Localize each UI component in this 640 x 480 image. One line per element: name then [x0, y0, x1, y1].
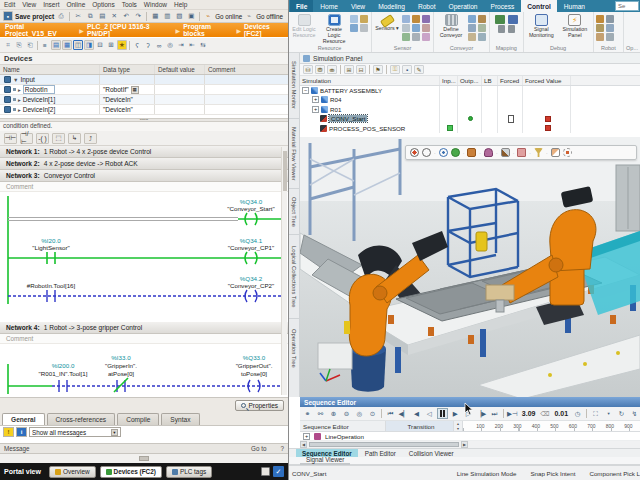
symbolic-icon[interactable]: ⊞: [106, 40, 116, 50]
operand-address[interactable]: %Q33.0: [243, 354, 265, 361]
tab-compile[interactable]: Compile: [117, 413, 159, 425]
col-datatype[interactable]: Data type: [100, 65, 155, 74]
col-forced[interactable]: Forced: [498, 76, 523, 85]
close-branch-icon[interactable]: ⤴: [84, 133, 97, 144]
filter-icon[interactable]: [534, 148, 543, 157]
operand-name[interactable]: "Conveyor_Start": [227, 205, 274, 212]
zoom-sel-icon[interactable]: ⊙: [367, 408, 378, 419]
glasses-icon[interactable]: ∞: [154, 40, 164, 50]
force-icon[interactable]: ⚑: [373, 65, 383, 74]
redo-icon[interactable]: ↷: [133, 11, 143, 21]
breadcrumb-devices-fc2[interactable]: Devices [FC2]: [244, 23, 288, 37]
expand-icon[interactable]: +: [303, 433, 310, 440]
absolute-icon[interactable]: ⊟: [95, 40, 105, 50]
resource-small-icons[interactable]: [350, 13, 369, 32]
pause-button[interactable]: [437, 408, 448, 419]
open-branch-icon[interactable]: ↳: [68, 133, 81, 144]
col-default[interactable]: Default value: [155, 65, 205, 74]
upload-icon[interactable]: ▧: [174, 11, 184, 21]
ff-icon[interactable]: ⎘: [14, 40, 24, 50]
list1-icon[interactable]: ≡: [40, 40, 50, 50]
start-cpu-icon[interactable]: ▣: [186, 11, 196, 21]
go-online-button[interactable]: Go online: [215, 13, 242, 20]
prev-op-icon[interactable]: ◀▏: [398, 408, 409, 419]
fb-icon[interactable]: ⎗: [25, 40, 35, 50]
ladder-scrollbar[interactable]: [281, 147, 287, 395]
dropdown-icon[interactable]: ▾: [603, 408, 614, 419]
measure-icon[interactable]: [501, 148, 510, 157]
menu-view[interactable]: View: [22, 1, 36, 8]
search-input[interactable]: Se: [615, 1, 639, 11]
collapse-all-icon[interactable]: ⊟: [356, 65, 366, 74]
network-3-header[interactable]: Network 3:Conveyor Control: [0, 170, 288, 182]
sim-row-r04[interactable]: +R04: [300, 95, 640, 105]
table-row[interactable]: ▸RobotIn "RobotIf"▦: [0, 85, 288, 95]
menu-tools[interactable]: Tools: [122, 1, 137, 8]
filter-ops-icon[interactable]: ⚯: [315, 408, 326, 419]
globe-icon[interactable]: [451, 148, 460, 157]
zoom-out-time-icon[interactable]: ⊖: [341, 408, 352, 419]
tab-collision-viewer[interactable]: Collision Viewer: [403, 449, 460, 457]
robot-small-icons[interactable]: [596, 13, 615, 41]
seq-transition-column[interactable]: Transition: [386, 421, 454, 431]
sim-row-conv-start[interactable]: CONV_Start: [300, 114, 640, 124]
expand-icon[interactable]: ◫: [73, 40, 83, 50]
zoom-in-icon[interactable]: [410, 148, 419, 157]
sensor-small-icons[interactable]: [402, 13, 431, 41]
status-component-pick-level[interactable]: Component Pick L: [589, 470, 640, 477]
taskbar-devices-fc2[interactable]: Devices (FC2): [100, 466, 162, 478]
create-logic-resource-button[interactable]: Create Logic Resource: [320, 13, 348, 44]
center-view-icon[interactable]: [439, 148, 448, 157]
table-row[interactable]: ▸DeviceIn[1] "DeviceIn": [0, 95, 288, 105]
operand-name[interactable]: "R001_IN".Tool[1]: [39, 370, 88, 377]
operand-name[interactable]: "GripperIn".: [105, 362, 137, 369]
col-lb[interactable]: LB: [482, 76, 498, 85]
menu-options[interactable]: Options: [92, 1, 114, 8]
operand-name[interactable]: toPose[0]: [241, 370, 267, 377]
expand-all-icon[interactable]: ⊞: [344, 65, 354, 74]
go-offline-button[interactable]: Go offline: [256, 13, 283, 20]
stop-icon[interactable]: ◎: [165, 40, 175, 50]
nc-contact-icon[interactable]: ⊣/⊢: [20, 133, 33, 144]
play-to-icon[interactable]: ▶⊣: [507, 408, 518, 419]
operand-name[interactable]: #RobotIn.Tool[16]: [27, 282, 76, 289]
tab-syntax[interactable]: Syntax: [161, 413, 199, 425]
menu-insert[interactable]: Insert: [43, 1, 59, 8]
zoom-fit-icon[interactable]: ◎: [354, 408, 365, 419]
network-3-comment[interactable]: Comment: [0, 182, 288, 192]
jump-end-icon[interactable]: ⏭: [489, 408, 500, 419]
rewind-icon[interactable]: ◀: [411, 408, 422, 419]
breadcrumb-program-blocks[interactable]: Program blocks: [183, 23, 233, 37]
delete-icon[interactable]: ✕: [109, 11, 119, 21]
seq-tree-column[interactable]: Sequence Editor: [300, 421, 386, 431]
operand-address[interactable]: %I200.0: [52, 362, 75, 369]
tab-control[interactable]: Control: [521, 0, 556, 12]
next-op-icon[interactable]: ▕▶: [476, 408, 487, 419]
operand-name[interactable]: atPose[0]: [108, 370, 134, 377]
mapping-icons-top[interactable]: [495, 13, 518, 24]
seq-row-line-operation[interactable]: + LineOperation: [300, 432, 640, 441]
scroll-left-icon[interactable]: ◀: [300, 441, 307, 448]
cut-icon[interactable]: ✂: [73, 11, 83, 21]
operand-name[interactable]: "Conveyor_CP2": [228, 282, 274, 289]
collapse-icon[interactable]: −: [302, 87, 309, 94]
paste-icon[interactable]: ▤: [97, 11, 107, 21]
save-icon[interactable]: ▪: [3, 11, 13, 21]
goto-column[interactable]: Go to: [251, 445, 266, 452]
print-icon[interactable]: ⎙: [56, 11, 66, 21]
remove-icon[interactable]: ⛂: [327, 65, 337, 74]
sim-row-process-pos-sensor[interactable]: PROCESS_POS_SENSOR: [300, 124, 640, 134]
network-1-header[interactable]: Network 1:1 Robot -> 4 x 2-pose device C…: [0, 146, 288, 158]
datatype-browse-button[interactable]: ▦: [131, 86, 139, 94]
save-project-button[interactable]: Save project: [15, 13, 54, 20]
monitor1-icon[interactable]: ʕ: [132, 40, 142, 50]
collapse-icon[interactable]: ◨: [84, 40, 94, 50]
seq-spinner[interactable]: ▴▾: [454, 421, 463, 431]
tab-operation[interactable]: Operation: [443, 0, 484, 12]
monitor2-icon[interactable]: ʔ: [143, 40, 153, 50]
zoom-icon[interactable]: [422, 148, 431, 157]
insert-network-icon[interactable]: ⌗: [3, 40, 13, 50]
sensors-button[interactable]: Sensors ▾: [374, 13, 400, 32]
clock-icon[interactable]: ◷: [572, 408, 583, 419]
tab-path-editor[interactable]: Path Editor: [359, 449, 402, 457]
